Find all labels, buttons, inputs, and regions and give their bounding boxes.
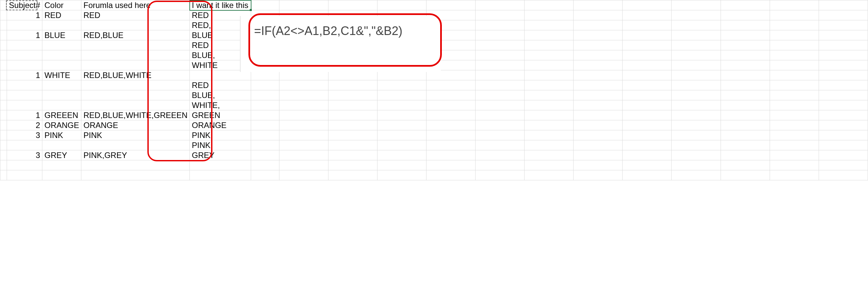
cell-subject[interactable]	[7, 50, 42, 60]
cell-color[interactable]	[42, 20, 81, 30]
cell[interactable]	[475, 150, 525, 160]
cell[interactable]	[525, 30, 574, 40]
row-header[interactable]	[0, 60, 7, 70]
cell[interactable]	[819, 120, 868, 130]
cell[interactable]	[574, 80, 623, 90]
cell[interactable]	[721, 110, 770, 120]
cell[interactable]	[328, 90, 377, 100]
row-header[interactable]	[0, 170, 7, 180]
formula-bar-text[interactable]: =IF(A2<>A1,B2,C1&","&B2)	[254, 24, 402, 38]
cell[interactable]	[819, 110, 868, 120]
cell[interactable]	[574, 130, 623, 140]
cell-formula-used[interactable]	[81, 90, 190, 100]
cell[interactable]	[672, 170, 721, 180]
row-header[interactable]	[0, 90, 7, 100]
cell[interactable]	[623, 30, 672, 40]
cell[interactable]	[525, 100, 574, 110]
cell-formula-used[interactable]	[81, 80, 190, 90]
cell[interactable]	[623, 80, 672, 90]
cell[interactable]	[623, 0, 672, 10]
cell[interactable]	[525, 170, 574, 180]
cell[interactable]	[672, 140, 721, 150]
cell[interactable]	[525, 10, 574, 20]
cell[interactable]	[574, 40, 623, 50]
cell[interactable]	[279, 90, 328, 100]
cell-subject[interactable]	[7, 20, 42, 30]
cell-color[interactable]	[42, 60, 81, 70]
cell[interactable]	[328, 130, 377, 140]
cell[interactable]	[672, 100, 721, 110]
cell[interactable]	[721, 20, 770, 30]
cell[interactable]	[251, 100, 279, 110]
cell-color[interactable]	[42, 40, 81, 50]
cell-subject[interactable]: 1	[7, 110, 42, 120]
cell[interactable]	[328, 140, 377, 150]
cell[interactable]	[427, 0, 475, 10]
cell[interactable]	[475, 20, 525, 30]
cell-color[interactable]: BLUE	[42, 30, 81, 40]
header-subject[interactable]: Subject#	[7, 0, 42, 10]
cell-subject[interactable]: 3	[7, 130, 42, 140]
cell[interactable]	[672, 50, 721, 60]
cell-want-like-this[interactable]: PINK	[190, 130, 251, 140]
cell[interactable]	[770, 30, 819, 40]
cell[interactable]	[623, 140, 672, 150]
cell[interactable]	[819, 90, 868, 100]
cell[interactable]	[819, 70, 868, 80]
cell[interactable]	[279, 80, 328, 90]
cell[interactable]	[819, 60, 868, 70]
cell-subject[interactable]	[7, 90, 42, 100]
cell[interactable]	[279, 120, 328, 130]
cell[interactable]	[328, 170, 377, 180]
cell[interactable]	[672, 10, 721, 20]
cell[interactable]	[623, 20, 672, 30]
cell[interactable]	[475, 100, 525, 110]
cell[interactable]	[574, 170, 623, 180]
cell[interactable]	[251, 160, 279, 170]
cell[interactable]	[475, 90, 525, 100]
cell[interactable]	[770, 170, 819, 180]
cell[interactable]	[279, 0, 328, 10]
cell[interactable]	[770, 40, 819, 50]
cell[interactable]	[475, 10, 525, 20]
cell[interactable]	[328, 100, 377, 110]
cell[interactable]	[328, 150, 377, 160]
cell[interactable]	[721, 130, 770, 140]
cell[interactable]	[475, 60, 525, 70]
cell[interactable]	[672, 110, 721, 120]
cell-color[interactable]: WHITE	[42, 70, 81, 80]
cell[interactable]	[279, 150, 328, 160]
cell[interactable]	[623, 60, 672, 70]
cell[interactable]	[819, 80, 868, 90]
cell-color[interactable]	[42, 140, 81, 150]
cell[interactable]	[475, 170, 525, 180]
cell[interactable]	[721, 10, 770, 20]
cell[interactable]	[623, 70, 672, 80]
cell[interactable]	[721, 80, 770, 90]
cell-formula-used[interactable]: RED,BLUE,WHITE	[81, 70, 190, 80]
cell-want-like-this[interactable]	[190, 160, 251, 170]
cell[interactable]	[251, 90, 279, 100]
cell[interactable]	[819, 160, 868, 170]
row-header[interactable]	[0, 110, 7, 120]
row-header[interactable]	[0, 150, 7, 160]
cell[interactable]	[427, 150, 475, 160]
row-header[interactable]	[0, 40, 7, 50]
cell[interactable]	[819, 170, 868, 180]
cell[interactable]	[721, 100, 770, 110]
cell-formula-used[interactable]: RED,BLUE,WHITE,GREEEN	[81, 110, 190, 120]
cell-subject[interactable]	[7, 80, 42, 90]
cell-subject[interactable]	[7, 170, 42, 180]
cell[interactable]	[525, 150, 574, 160]
cell[interactable]	[770, 100, 819, 110]
cell[interactable]	[770, 0, 819, 10]
cell[interactable]	[623, 160, 672, 170]
cell-want-like-this[interactable]: WHITE,	[190, 100, 251, 110]
cell[interactable]	[623, 150, 672, 160]
cell[interactable]	[525, 70, 574, 80]
cell[interactable]	[819, 10, 868, 20]
cell-subject[interactable]: 3	[7, 150, 42, 160]
cell[interactable]	[721, 90, 770, 100]
cell[interactable]	[770, 130, 819, 140]
cell-want-like-this[interactable]: BLUE,	[190, 90, 251, 100]
